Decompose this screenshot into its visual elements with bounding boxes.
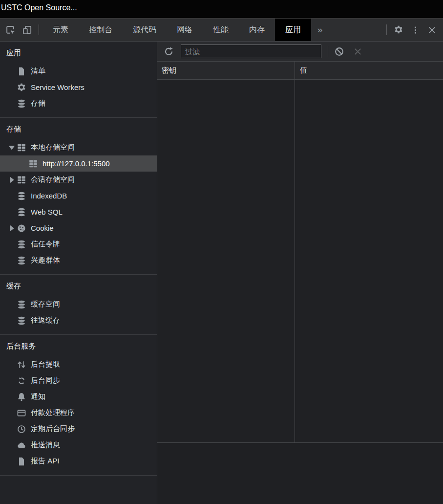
delete-selected-button[interactable]: [350, 44, 365, 59]
close-devtools-button[interactable]: [423, 22, 440, 38]
device-toolbar-icon: [22, 25, 32, 35]
sidebar-item-label: 会话存储空间: [31, 175, 75, 184]
tab-console[interactable]: 控制台: [79, 19, 123, 41]
section-title-background-services: 后台服务: [0, 338, 157, 354]
sidebar-item-cache-storage[interactable]: 缓存空间: [0, 296, 157, 312]
sidebar-item-reporting-api[interactable]: 报告 API: [0, 453, 157, 469]
sidebar-item-background-fetch[interactable]: 后台提取: [0, 356, 157, 373]
sidebar-item-back-forward-cache[interactable]: 往返缓存: [0, 312, 157, 329]
document-icon: [17, 457, 26, 466]
inspect-element-button[interactable]: [2, 22, 19, 38]
customize-menu-button[interactable]: [407, 22, 423, 38]
value-column-area: [295, 80, 443, 442]
sidebar-item-label: 存储: [31, 99, 45, 108]
toolbar-right-controls: [383, 22, 440, 38]
sidebar-item-label: 本地存储空间: [31, 143, 75, 152]
sidebar-item-web-sql[interactable]: Web SQL: [0, 204, 157, 220]
refresh-icon: [164, 46, 174, 57]
refresh-button[interactable]: [161, 44, 176, 59]
tab-performance[interactable]: 性能: [203, 19, 239, 41]
delete-all-button[interactable]: [332, 44, 346, 59]
application-panel: 应用 清单 Service Workers 存储 存储 本地存储空间: [0, 42, 443, 504]
storage-table-header: 密钥 值: [157, 62, 443, 80]
sidebar-item-payment-handler[interactable]: 付款处理程序: [0, 405, 157, 421]
sidebar-item-label: 通知: [31, 392, 45, 401]
tab-application[interactable]: 应用: [275, 19, 311, 41]
sidebar-item-label: 清单: [31, 66, 45, 76]
clock-icon: [17, 424, 26, 434]
key-column-area: [157, 80, 295, 442]
database-icon: [17, 300, 26, 309]
arrows-up-down-icon: [17, 360, 26, 370]
sidebar-item-label: IndexedDB: [31, 192, 67, 200]
section-cache: 缓存 缓存空间 往返缓存: [0, 275, 157, 335]
sync-icon: [17, 376, 26, 386]
chevron-right-icon[interactable]: [7, 175, 17, 185]
table-grid-icon: [17, 143, 26, 153]
table-grid-icon: [17, 175, 26, 185]
close-icon: [353, 47, 362, 56]
panel-tabs: 元素 控制台 源代码 网络 性能 内存 应用: [42, 19, 311, 41]
sidebar-item-label: 后台提取: [31, 360, 60, 369]
sidebar-item-local-storage-origin[interactable]: http://127.0.0.1:5500: [0, 155, 157, 172]
storage-toolbar: [157, 42, 443, 62]
local-storage-view: 密钥 值: [157, 42, 443, 504]
database-icon: [17, 207, 26, 217]
device-toolbar-button[interactable]: [19, 22, 35, 38]
sidebar-item-label: 报告 API: [31, 457, 59, 466]
bell-icon: [17, 392, 26, 402]
sidebar-item-local-storage[interactable]: 本地存储空间: [0, 139, 157, 155]
sidebar-item-manifest[interactable]: 清单: [0, 63, 157, 79]
storage-preview-pane: [157, 443, 443, 504]
sidebar-item-label: 往返缓存: [31, 316, 60, 325]
sidebar-item-label: 兴趣群体: [31, 256, 60, 265]
sidebar-item-notifications[interactable]: 通知: [0, 389, 157, 405]
sidebar-item-background-sync[interactable]: 后台同步: [0, 373, 157, 389]
sidebar-item-label: 推送消息: [31, 440, 60, 450]
section-storage: 存储 本地存储空间 http://127.0.0.1:5500 会话存储空间 I…: [0, 118, 157, 275]
filter-input[interactable]: [181, 44, 321, 58]
sidebar-item-label: 缓存空间: [31, 300, 60, 309]
toolbar-divider: [39, 24, 39, 35]
column-header-value[interactable]: 值: [295, 66, 443, 75]
sidebar-item-session-storage[interactable]: 会话存储空间: [0, 172, 157, 188]
section-background-services: 后台服务 后台提取 后台同步 通知 付款处理程序 定期后台同步: [0, 335, 157, 476]
database-icon: [17, 191, 26, 201]
sidebar-item-service-workers[interactable]: Service Workers: [0, 79, 157, 95]
sidebar-item-cookies[interactable]: Cookie: [0, 220, 157, 236]
sidebar-item-periodic-background-sync[interactable]: 定期后台同步: [0, 421, 157, 437]
page-title: USTC Open Source...: [1, 3, 77, 12]
gear-icon: [17, 83, 26, 92]
tab-elements[interactable]: 元素: [42, 19, 79, 41]
database-icon: [17, 240, 26, 249]
sidebar-item-interest-groups[interactable]: 兴趣群体: [0, 252, 157, 268]
chevron-down-icon[interactable]: [7, 143, 17, 153]
sidebar-item-storage[interactable]: 存储: [0, 95, 157, 111]
sidebar-item-push-messaging[interactable]: 推送消息: [0, 437, 157, 453]
database-icon: [17, 316, 26, 326]
sidebar-item-label: 后台同步: [31, 376, 60, 385]
close-icon: [427, 25, 437, 35]
column-header-key[interactable]: 密钥: [157, 62, 295, 79]
chevron-right-icon[interactable]: [7, 223, 17, 233]
tab-sources[interactable]: 源代码: [123, 19, 167, 41]
tab-network[interactable]: 网络: [167, 19, 203, 41]
section-title-storage: 存储: [0, 121, 157, 137]
sidebar-item-indexeddb[interactable]: IndexedDB: [0, 188, 157, 204]
gear-icon: [394, 25, 403, 35]
application-sidebar: 应用 清单 Service Workers 存储 存储 本地存储空间: [0, 42, 157, 504]
storage-table-body[interactable]: [157, 80, 443, 443]
database-icon: [17, 99, 26, 109]
settings-button[interactable]: [390, 22, 407, 38]
tab-memory[interactable]: 内存: [239, 19, 275, 41]
page-title-bar: USTC Open Source...: [0, 0, 443, 19]
more-tabs-button[interactable]: »: [311, 19, 329, 41]
sidebar-item-label: 信任令牌: [31, 240, 60, 249]
sidebar-item-label: Web SQL: [31, 208, 63, 216]
section-title-cache: 缓存: [0, 278, 157, 294]
inspect-cursor-icon: [5, 25, 16, 35]
toolbar-divider: [386, 24, 387, 35]
devtools-toolbar: 元素 控制台 源代码 网络 性能 内存 应用 »: [0, 19, 443, 42]
database-icon: [17, 256, 26, 265]
sidebar-item-trust-tokens[interactable]: 信任令牌: [0, 236, 157, 252]
